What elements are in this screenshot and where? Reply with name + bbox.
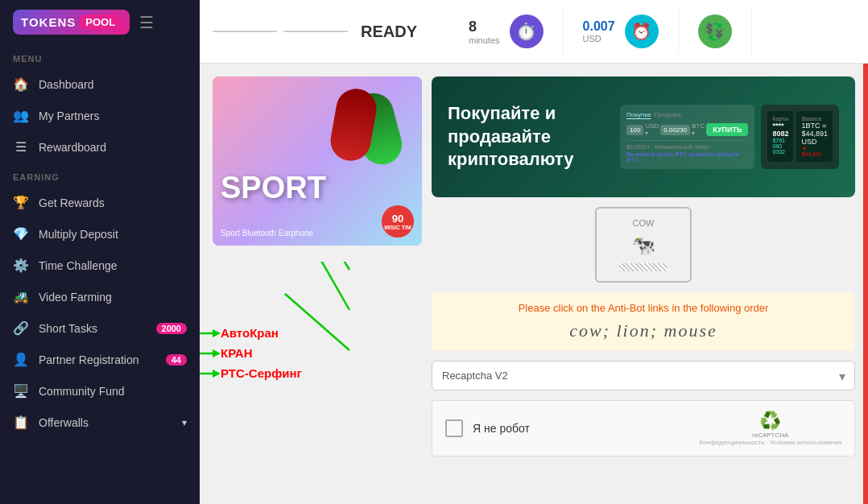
sidebar-item-label: Video Farming [39,291,112,304]
recaptcha-icon: ♻️ [759,411,781,432]
ad-sport-text: SPORT [221,171,326,205]
clock-icon: ⏰ [625,14,659,48]
ad-badge: 90 MISIC TIM [382,205,414,238]
mock-buy-card: Покупка Продажа 100 USD ▾ 0.00230 BTC ▾ … [620,105,754,169]
sidebar-item-partner-registration[interactable]: 👤 Partner Registration 44 [0,344,200,375]
short-tasks-icon: 🔗 [13,320,29,336]
status-card-minutes: 8 minutes ⏱️ [449,8,564,55]
usd-value: 0.007 [583,19,615,34]
ptc-label: РТС-Серфинг [221,366,422,380]
earning-label: EARNING [0,163,200,187]
captcha-pattern [619,263,668,271]
sidebar-item-my-partners[interactable]: 👥 My Partners [0,100,200,131]
video-farming-icon: 🚜 [13,289,29,304]
rewards-icon: 🏆 [13,195,29,210]
svg-line-2 [285,294,349,350]
svg-line-0 [285,262,349,270]
minutes-label: minutes [469,35,500,45]
sidebar-item-label: Time Challenge [39,259,118,272]
rewardboard-icon: ☰ [13,139,29,155]
sidebar-item-rewardboard[interactable]: ☰ Rewardboard [0,131,200,163]
status-cards: 8 minutes ⏱️ 0.007 USD ⏰ 💱 [436,0,868,63]
ad-sub-text: Sport Bluetooth Earphone [221,229,313,238]
svg-marker-4 [213,329,221,337]
community-fund-icon: 🖥️ [13,383,29,399]
sidebar-item-dashboard[interactable]: 🏠 Dashboard [0,68,200,100]
exchange-icon: 💱 [698,14,732,48]
crypto-title: Покупайте и продавайте криптовалюту [448,102,607,171]
status-card-usd: 0.007 USD ⏰ [564,8,679,55]
captcha-words: cow; lion; mouse [444,320,842,341]
hamburger-icon[interactable]: ☰ [139,13,154,32]
sidebar-item-label: Get Rewards [39,196,105,209]
captcha-warning-title: Please click on the Anti-Bot links in th… [444,302,842,314]
sidebar-item-video-farming[interactable]: 🚜 Video Farming [0,281,200,312]
sidebar-item-label: My Partners [39,109,99,122]
partner-reg-badge: 44 [166,354,187,366]
badge-number: 90 [384,213,411,225]
timer-icon: ⏱️ [510,14,544,48]
logo-area: TOKENS POOL ☰ [0,0,200,44]
mock-card-dark: Карты **** 8082 $761 080 0302 Balance 1B… [761,105,839,169]
menu-label: MENU [0,44,200,68]
kran-label: КРАН [221,346,422,360]
recaptcha-box[interactable]: Я не робот ♻️ reCAPTCHA Конфиденциальнос… [432,400,855,456]
badge-sub: MISIC TIM [384,225,411,230]
logo-tokens: TOKENS [21,15,76,29]
svg-marker-8 [213,370,221,378]
sidebar-item-label: Partner Registration [39,353,139,366]
partner-reg-icon: 👤 [13,352,29,367]
right-panel: Покупайте и продавайте криптовалюту Поку… [432,76,855,491]
sidebar-item-offerwalls[interactable]: 📋 Offerwalls ▾ [0,407,200,438]
sidebar-item-label: Dashboard [39,78,94,91]
captcha-select[interactable]: Recaptcha V2 [432,361,855,390]
cow-captcha-box[interactable]: COW 🐄 [595,207,692,283]
logo: TOKENS POOL [13,10,130,35]
sidebar-item-label: Short Tasks [39,322,97,335]
captcha-warning: Please click on the Anti-Bot links in th… [432,292,855,351]
offerwalls-icon: 📋 [13,415,29,430]
minutes-value: 8 [469,19,500,35]
status-card-exchange: 💱 [679,8,752,55]
sidebar-item-short-tasks[interactable]: 🔗 Short Tasks 2000 [0,312,200,344]
sidebar: TOKENS POOL ☰ MENU 🏠 Dashboard 👥 My Part… [0,0,200,504]
main-content: READY 8 minutes ⏱️ 0.007 USD ⏰ 💱 [200,0,868,504]
partners-icon: 👥 [13,108,29,123]
ready-label: READY [361,23,417,41]
sidebar-item-label: Rewardboard [39,141,106,154]
usd-label: USD [583,34,615,43]
crypto-mock-ui: Покупка Продажа 100 USD ▾ 0.00230 BTC ▾ … [620,105,839,169]
sidebar-item-label: Offerwalls [39,416,89,429]
ad-panel: SPORT Sport Bluetooth Earphone 90 MISIC … [213,76,422,491]
sidebar-item-multiply-deposit[interactable]: 💎 Multiply Deposit [0,218,200,250]
sidebar-item-label: Multiply Deposit [39,228,118,241]
recaptcha-policy: Конфиденциальность · Условия использован… [699,439,841,446]
svg-marker-6 [213,349,221,357]
red-accent-bar [863,64,868,504]
ad-image: SPORT Sport Bluetooth Earphone 90 MISIC … [213,76,422,246]
recaptcha-checkbox[interactable] [445,419,463,437]
logo-pool: POOL [79,14,122,30]
recaptcha-label: Я не робот [473,422,689,435]
short-tasks-badge: 2000 [156,323,187,334]
status-bar: READY 8 minutes ⏱️ 0.007 USD ⏰ 💱 [200,0,868,64]
chevron-down-icon: ▾ [182,417,187,428]
cow-icon: 🐄 [631,234,655,257]
sidebar-item-time-challenge[interactable]: ⚙️ Time Challenge [0,250,200,281]
recaptcha-brand: reCAPTCHA [752,432,788,439]
crypto-text: Покупайте и продавайте криптовалюту [448,102,607,171]
crypto-banner: Покупайте и продавайте криптовалюту Поку… [432,76,855,197]
sidebar-item-label: Community Fund [39,385,125,398]
arrow-annotations: АвтоКран КРАН РТС-Се [213,326,422,380]
dashboard-icon: 🏠 [13,76,29,92]
time-challenge-icon: ⚙️ [13,258,29,273]
sidebar-item-community-fund[interactable]: 🖥️ Community Fund [0,375,200,407]
autokran-label: АвтоКран [221,326,422,340]
multiply-icon: 💎 [13,226,29,242]
content-area: SPORT Sport Bluetooth Earphone 90 MISIC … [200,64,868,504]
sidebar-item-get-rewards[interactable]: 🏆 Get Rewards [0,187,200,218]
recaptcha-logo: ♻️ reCAPTCHA Конфиденциальность · Услови… [699,411,841,446]
